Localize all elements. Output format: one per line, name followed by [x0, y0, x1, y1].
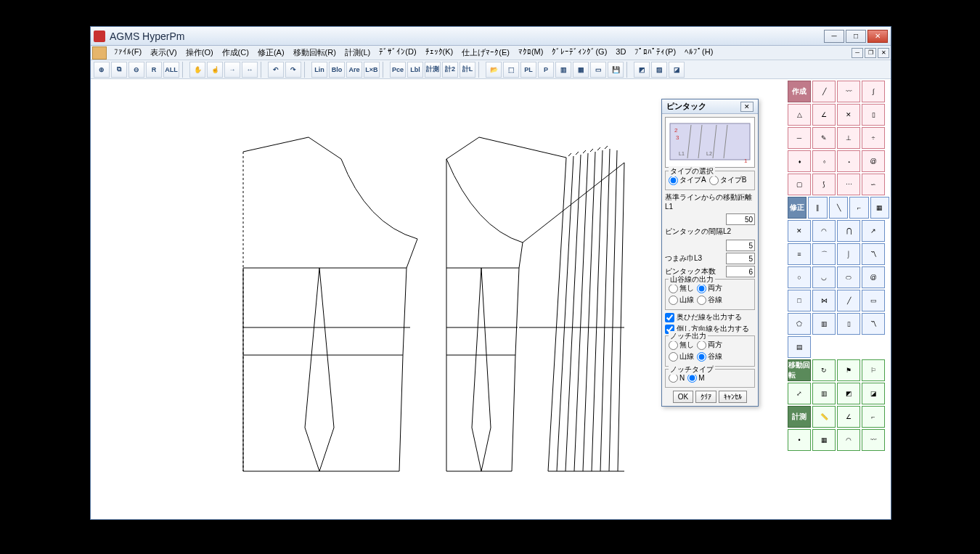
palette-zig-m[interactable]: 〰 — [862, 429, 885, 451]
palette-spiral-sm[interactable]: @ — [862, 150, 885, 172]
palette-bottle-1[interactable]: ⬧ — [788, 150, 811, 172]
maximize-button[interactable]: □ — [846, 30, 866, 43]
toolbar-rect[interactable]: ▭ — [590, 62, 606, 78]
toolbar-zoom-in[interactable]: ⊕ — [94, 62, 110, 78]
menu-item-6[interactable]: 計測(L) — [340, 46, 375, 60]
palette-flag[interactable]: ⚑ — [837, 359, 860, 381]
menu-item-14[interactable]: ﾍﾙﾌﾟ(H) — [680, 46, 717, 60]
minimize-button[interactable]: ─ — [824, 30, 844, 43]
palette-cross[interactable]: ✕ — [837, 104, 860, 126]
toolbar-grid[interactable]: ▦ — [573, 62, 589, 78]
palette-line-s[interactable]: ∫ — [862, 81, 885, 102]
toolbar-undo[interactable]: ↶ — [268, 62, 284, 78]
toolbar-tool-b[interactable]: ▨ — [651, 62, 667, 78]
palette-lines-v[interactable]: ∥ — [808, 197, 827, 219]
toolbar-point[interactable]: ☝ — [207, 62, 223, 78]
menu-item-5[interactable]: 移動回転(R) — [289, 46, 340, 60]
toolbar-R[interactable]: R — [146, 62, 162, 78]
radio-out-tani[interactable]: 谷線 — [697, 295, 722, 305]
palette-curve-j[interactable]: ⌡ — [837, 243, 860, 265]
cancel-button[interactable]: ｷｬﾝｾﾙ — [719, 391, 747, 403]
palette-bottle-3[interactable]: ⬩ — [837, 150, 860, 172]
palette-arc-up[interactable]: ◠ — [812, 220, 836, 242]
palette-bars-2[interactable]: ▥ — [812, 383, 836, 404]
menu-app-icon[interactable] — [92, 46, 107, 60]
toolbar-Piece-Label[interactable]: PL — [520, 62, 536, 78]
toolbar-計Label[interactable]: 計L — [460, 62, 475, 78]
menu-item-7[interactable]: ﾃﾞｻﾞｲﾝ(D) — [375, 46, 420, 60]
toolbar-arrow-cross[interactable]: ↔ — [242, 62, 258, 78]
palette-dots[interactable]: ⋯ — [837, 174, 860, 195]
radio-out-both[interactable]: 両方 — [697, 283, 722, 293]
check-fold-line[interactable]: 奥ひだ線を出力する — [665, 312, 755, 322]
palette-zigzag-2[interactable]: 〽 — [862, 313, 885, 335]
palette-join[interactable]: ⋈ — [812, 290, 836, 311]
toolbar-Bloc[interactable]: Blo — [329, 62, 345, 78]
palette-rotate[interactable]: ↻ — [812, 359, 836, 381]
radio-type-b[interactable]: タイプB — [709, 175, 747, 185]
palette-bars[interactable]: ▥ — [812, 313, 836, 335]
clear-button[interactable]: ｸﾘｱ — [695, 391, 716, 403]
radio-type-a[interactable]: タイプA — [669, 175, 706, 185]
radio-notch-yama[interactable]: 山線 — [669, 351, 694, 362]
palette-perp[interactable]: ⊥ — [837, 127, 860, 149]
palette-arc[interactable]: ◡ — [812, 266, 836, 288]
menu-item-1[interactable]: 表示(V) — [146, 46, 181, 60]
palette-skirt[interactable]: △ — [788, 104, 811, 126]
input-l3[interactable] — [726, 253, 755, 264]
palette-curve-d[interactable]: ⌒ — [812, 243, 836, 265]
palette-curve-2[interactable]: ⟆ — [812, 174, 836, 195]
menu-item-2[interactable]: 操作(O) — [181, 46, 218, 60]
palette-intersect[interactable]: ⋂ — [837, 220, 860, 242]
toolbar-tool-a[interactable]: ◩ — [634, 62, 650, 78]
palette-corner-m[interactable]: ⌐ — [862, 406, 885, 428]
toolbar-zoom-out[interactable]: ⊖ — [128, 62, 144, 78]
palette-line[interactable]: ─ — [788, 127, 811, 149]
palette-fold[interactable]: ◩ — [837, 383, 860, 404]
palette-cross-x[interactable]: ✕ — [788, 220, 811, 242]
palette-pencil[interactable]: ✎ — [812, 127, 836, 149]
palette-corner[interactable]: ⌐ — [849, 197, 868, 219]
palette-line-curve[interactable]: 〰 — [837, 81, 860, 102]
palette-flag-2[interactable]: ⚐ — [862, 359, 885, 381]
palette-h-lines[interactable]: ≡ — [788, 243, 811, 265]
toolbar-LxB[interactable]: L×B — [364, 62, 380, 78]
palette-ruler[interactable]: 📏 — [812, 406, 836, 428]
input-count[interactable] — [726, 266, 755, 277]
toolbar-save[interactable]: 💾 — [608, 62, 624, 78]
menu-item-8[interactable]: ﾁｪｯｸ(K) — [421, 46, 458, 60]
palette-circle[interactable]: ○ — [788, 266, 811, 288]
mdi-minimize[interactable]: ─ — [852, 48, 863, 58]
menu-item-12[interactable]: 3D — [611, 46, 630, 60]
menu-item-11[interactable]: ｸﾞﾚｰﾃﾞｨﾝｸﾞ(G) — [547, 46, 611, 60]
toolbar-hand[interactable]: ✋ — [189, 62, 205, 78]
palette-line-diag[interactable]: ╱ — [812, 81, 836, 102]
palette-cylinder[interactable]: ⬭ — [837, 266, 860, 288]
palette-diag[interactable]: ╲ — [829, 197, 848, 219]
palette-spiral[interactable]: @ — [862, 266, 885, 288]
palette-panel-2[interactable]: ▯ — [837, 313, 860, 335]
palette-square[interactable]: □ — [788, 290, 811, 311]
close-button[interactable]: ✕ — [867, 30, 888, 43]
palette-point-m[interactable]: • — [788, 429, 811, 451]
toolbar-計測[interactable]: 計測 — [425, 62, 441, 78]
palette-diag-2[interactable]: ╱ — [837, 290, 860, 311]
radio-notch-tani[interactable]: 谷線 — [697, 351, 722, 362]
radio-notch-none[interactable]: 無し — [669, 340, 694, 350]
mdi-restore[interactable]: ❐ — [865, 48, 876, 58]
palette-angle-m[interactable]: ∠ — [837, 406, 860, 428]
palette-rect-2[interactable]: ▭ — [862, 290, 885, 311]
palette-zigzag[interactable]: 〽 — [862, 243, 885, 265]
toolbar-open[interactable]: 📂 — [486, 62, 502, 78]
toolbar-pattern[interactable]: ⬚ — [503, 62, 519, 78]
menu-item-13[interactable]: ﾌﾟﾛﾊﾟﾃｨ(P) — [630, 46, 680, 60]
menu-item-4[interactable]: 修正(A) — [253, 46, 289, 60]
toolbar-columns[interactable]: ▥ — [555, 62, 571, 78]
palette-arc-m[interactable]: ◠ — [837, 429, 860, 451]
toolbar-redo[interactable]: ↷ — [285, 62, 301, 78]
palette-rect[interactable]: ▢ — [788, 174, 811, 195]
palette-panel[interactable]: ▯ — [862, 104, 885, 126]
toolbar-Area[interactable]: Are — [346, 62, 362, 78]
palette-bottle-2[interactable]: ⬨ — [812, 150, 836, 172]
palette-scale[interactable]: ⤢ — [788, 383, 811, 404]
